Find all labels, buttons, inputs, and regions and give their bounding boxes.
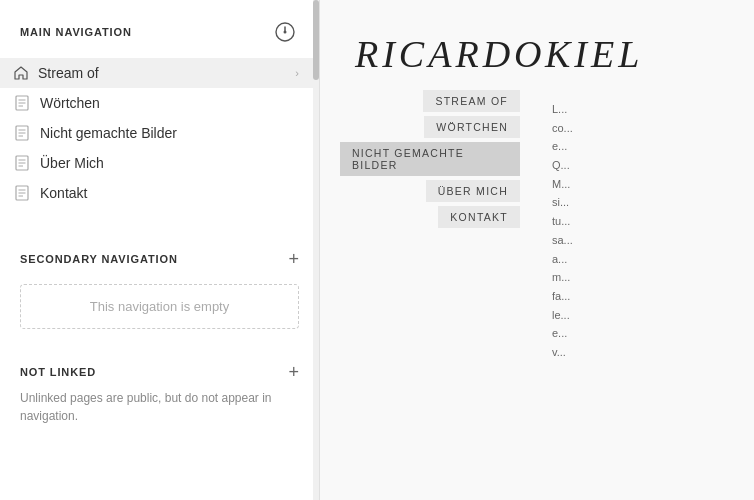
secondary-nav-section: SECONDARY NAVIGATION + This navigation i…	[0, 236, 319, 349]
preview-menu-item-nicht-gemachte-bilder: NICHT GEMACHTE BILDER	[340, 142, 520, 176]
preview-menu-item-ueber-mich: ÜBER MICH	[426, 180, 520, 202]
nav-item-label-kontakt: Kontakt	[40, 185, 299, 201]
not-linked-description: Unlinked pages are public, but do not ap…	[0, 389, 319, 435]
preview-area: RICARDO KIEL STREAM OF WÖRTCHEN NICHT GE…	[320, 0, 754, 500]
nav-item-label-ueber-mich: Über Mich	[40, 155, 299, 171]
scrollbar-track[interactable]	[313, 0, 319, 500]
svg-text:KIEL: KIEL	[544, 33, 643, 75]
not-linked-title: NOT LINKED	[20, 366, 96, 378]
add-secondary-nav-button[interactable]: +	[288, 250, 299, 268]
not-linked-section: NOT LINKED + Unlinked pages are public, …	[0, 349, 319, 443]
add-not-linked-button[interactable]: +	[288, 363, 299, 381]
page-icon	[14, 155, 30, 171]
nav-item-kontakt[interactable]: Kontakt	[0, 178, 319, 208]
left-panel: MAIN NAVIGATION Stream of ›	[0, 0, 320, 500]
right-panel: RICARDO KIEL STREAM OF WÖRTCHEN NICHT GE…	[320, 0, 754, 500]
scrollbar-thumb[interactable]	[313, 0, 319, 80]
page-icon	[14, 125, 30, 141]
page-icon	[14, 95, 30, 111]
nav-item-label-nicht-gemachte-bilder: Nicht gemachte Bilder	[40, 125, 299, 141]
nav-item-label-stream-of: Stream of	[38, 65, 295, 81]
preview-menu-item-stream-of: STREAM OF	[423, 90, 520, 112]
svg-point-2	[284, 31, 287, 34]
main-nav-title: MAIN NAVIGATION	[20, 26, 132, 38]
nav-item-woertchen[interactable]: Wörtchen	[0, 88, 319, 118]
main-nav-list: Stream of › Wörtchen	[0, 58, 319, 216]
home-icon	[14, 65, 30, 81]
not-linked-header: NOT LINKED +	[0, 349, 319, 389]
preview-menu-item-kontakt: KONTAKT	[438, 206, 520, 228]
nav-item-nicht-gemachte-bilder[interactable]: Nicht gemachte Bilder	[0, 118, 319, 148]
empty-nav-placeholder: This navigation is empty	[20, 284, 299, 329]
chevron-right-icon: ›	[295, 67, 299, 79]
preview-menu-item-woertchen: WÖRTCHEN	[424, 116, 520, 138]
site-logo: RICARDO KIEL	[340, 20, 754, 85]
svg-text:RICARDO: RICARDO	[354, 33, 546, 75]
nav-item-label-woertchen: Wörtchen	[40, 95, 299, 111]
page-icon	[14, 185, 30, 201]
main-nav-header: MAIN NAVIGATION	[0, 0, 319, 58]
nav-item-ueber-mich[interactable]: Über Mich	[0, 148, 319, 178]
nav-item-stream-of[interactable]: Stream of ›	[0, 58, 319, 88]
settings-icon[interactable]	[271, 18, 299, 46]
secondary-nav-title: SECONDARY NAVIGATION	[20, 253, 178, 265]
secondary-nav-header: SECONDARY NAVIGATION +	[0, 236, 319, 280]
